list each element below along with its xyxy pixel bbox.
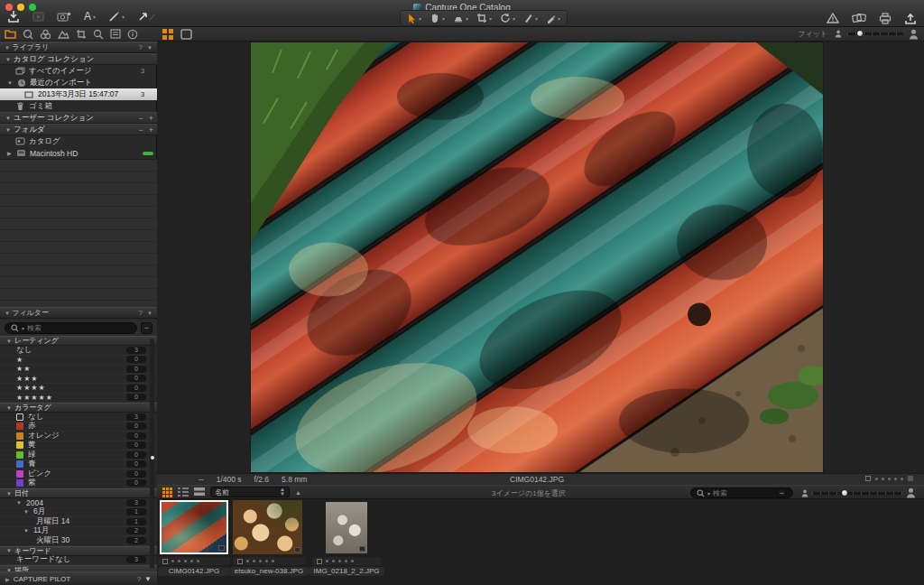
tab-color-icon[interactable] — [40, 29, 51, 40]
thumbnail-etsuko[interactable] — [233, 500, 302, 554]
filmstrip-view-icon[interactable] — [194, 488, 205, 497]
rating-dots[interactable] — [326, 560, 354, 562]
library-help-button[interactable]: ? — [139, 43, 143, 51]
crop-icon[interactable]: ▾ — [476, 10, 492, 26]
filter-scrollbar[interactable] — [150, 339, 154, 569]
multi-view-icon[interactable] — [162, 29, 173, 40]
tag-icon[interactable] — [908, 476, 913, 481]
library-menu-button[interactable]: ▼ — [147, 45, 152, 51]
add-collection-button[interactable]: + — [149, 114, 153, 123]
grid-view-icon[interactable] — [162, 488, 172, 497]
capture-pilot-menu-button[interactable]: ▼ — [144, 575, 152, 583]
remove-collection-button[interactable]: − — [138, 114, 143, 123]
viewer-canvas[interactable] — [157, 42, 924, 473]
annotate-text-icon[interactable]: A▾ — [84, 8, 96, 24]
rating-dots[interactable] — [875, 478, 903, 480]
viewer-rating-controls[interactable] — [865, 476, 913, 481]
tab-metadata-icon[interactable] — [110, 29, 121, 39]
print-icon[interactable] — [879, 10, 892, 26]
filter-rating-2[interactable]: ★★0 — [0, 365, 157, 375]
search-input[interactable]: ▾ 検索 — [5, 322, 137, 334]
tab-details-icon[interactable] — [93, 29, 104, 40]
filters-help-button[interactable]: ? — [139, 309, 143, 317]
warning-icon[interactable] — [827, 10, 839, 26]
library-panel-header[interactable]: ▼ ライブラリ ? ▼ — [0, 42, 157, 53]
colortag-square-icon[interactable] — [317, 559, 322, 564]
viewer-zoom-knob[interactable] — [856, 30, 864, 37]
disclosure-icon[interactable]: ▼ — [5, 127, 14, 133]
sort-direction-toggle[interactable]: ▲ — [295, 489, 301, 496]
capture-pilot-help-button[interactable]: ? — [137, 575, 141, 583]
collapse-filters-button[interactable]: − — [141, 322, 152, 334]
place-group-header[interactable]: ▼場所 — [0, 565, 157, 571]
viewer-zoom-slider[interactable] — [847, 32, 903, 35]
zoom-out-person-icon[interactable] — [835, 30, 842, 38]
tab-exposure-icon[interactable] — [58, 29, 69, 39]
thumbnail-img0218[interactable] — [326, 502, 367, 553]
thumb-larger-person-icon[interactable] — [906, 488, 916, 498]
tab-library-icon[interactable] — [5, 29, 16, 39]
thumb-rating-strip[interactable] — [158, 557, 230, 565]
thumb-rating-strip[interactable] — [312, 557, 381, 565]
search-scope-caret[interactable]: ▾ — [707, 490, 710, 497]
filter-rating-4[interactable]: ★★★★0 — [0, 384, 157, 394]
pan-hand-icon[interactable]: ▾ — [430, 10, 445, 26]
colortag-square-icon[interactable] — [162, 559, 168, 564]
date-group-header[interactable]: ▼日付 — [0, 488, 157, 498]
tab-info-icon[interactable] — [127, 29, 138, 40]
search-scope-caret[interactable]: ▾ — [22, 325, 24, 331]
thumb-smaller-person-icon[interactable] — [801, 489, 808, 497]
rating-dots[interactable] — [171, 560, 199, 562]
single-view-icon[interactable] — [180, 29, 192, 40]
catalog-folder-row[interactable]: カタログ — [0, 135, 157, 147]
filter-rating-none[interactable]: なし3 — [0, 346, 157, 356]
disclosure-icon[interactable]: ▼ — [5, 57, 14, 62]
tab-crop-icon[interactable] — [76, 29, 87, 40]
tethered-capture-icon[interactable] — [57, 8, 71, 24]
thumbnail-size-slider[interactable] — [812, 492, 902, 495]
colortag-square-icon[interactable] — [237, 559, 243, 564]
zoom-fit-label[interactable]: フィット — [798, 29, 827, 39]
select-cursor-icon[interactable]: ▾ — [407, 10, 421, 26]
filter-date-tuesday30[interactable]: 火曜日 302 — [0, 536, 157, 546]
add-folder-button[interactable]: + — [149, 125, 153, 135]
user-collections-group[interactable]: ▼ ユーザー コレクション − + — [0, 112, 157, 124]
color-picker-icon[interactable]: ▾ — [546, 10, 560, 26]
thumb-rating-strip[interactable] — [233, 557, 305, 565]
tab-quick-icon[interactable] — [23, 29, 33, 40]
list-view-icon[interactable] — [178, 488, 189, 497]
filters-panel-header[interactable]: ▼ フィルター ? ▼ — [0, 307, 157, 319]
folders-group[interactable]: ▼ フォルダ − + — [0, 124, 157, 135]
rotate-icon[interactable]: ▾ — [500, 10, 515, 26]
recent-imports-row[interactable]: ▼ 最近のインポート — [0, 77, 157, 88]
import-icon[interactable] — [7, 8, 20, 24]
thumbnail-kayaks[interactable] — [160, 500, 228, 554]
share-arrow-icon[interactable] — [137, 8, 157, 24]
clear-search-button[interactable]: − — [777, 488, 787, 497]
filter-rating-1[interactable]: ★0 — [0, 356, 157, 366]
filter-keyword-none[interactable]: キーワードなし3 — [0, 556, 157, 566]
filter-rating-3[interactable]: ★★★0 — [0, 375, 157, 385]
scroll-thumb[interactable] — [151, 456, 154, 460]
catalog-collections-group[interactable]: ▼ カタログ コレクション — [0, 53, 157, 65]
browser-search-input[interactable]: ▾ 検索 − — [690, 488, 793, 498]
loupe-icon[interactable]: ▾ — [453, 10, 468, 26]
filter-color-purple[interactable]: 紫0 — [0, 479, 157, 489]
all-images-row[interactable]: すべてのイメージ 3 — [0, 65, 157, 77]
slideshow-icon[interactable] — [32, 8, 44, 24]
draw-pen-icon[interactable]: ▾ — [108, 8, 125, 24]
sketch-pen-icon[interactable]: ▾ — [523, 10, 538, 26]
export-icon[interactable] — [904, 10, 917, 26]
sort-by-select[interactable]: 名前 ▲▼ — [210, 487, 290, 497]
disclosure-icon[interactable]: ▼ — [7, 80, 15, 86]
filters-menu-button[interactable]: ▼ — [147, 311, 152, 316]
capture-pilot-bar[interactable]: ▶ CAPTURE PILOT ? ▼ — [0, 571, 157, 585]
remove-folder-button[interactable]: − — [138, 125, 143, 135]
zoom-in-person-icon[interactable] — [909, 29, 919, 40]
filter-rating-5[interactable]: ★★★★★0 — [0, 394, 157, 404]
trash-row[interactable]: ゴミ箱 — [0, 100, 157, 112]
import-session-row-selected[interactable]: 2013年3月3日 15:47:07 3 — [0, 88, 157, 100]
proof-images-icon[interactable] — [852, 10, 866, 26]
disclosure-icon[interactable]: ▼ — [5, 116, 14, 121]
thumbnail-size-knob[interactable] — [841, 489, 848, 497]
